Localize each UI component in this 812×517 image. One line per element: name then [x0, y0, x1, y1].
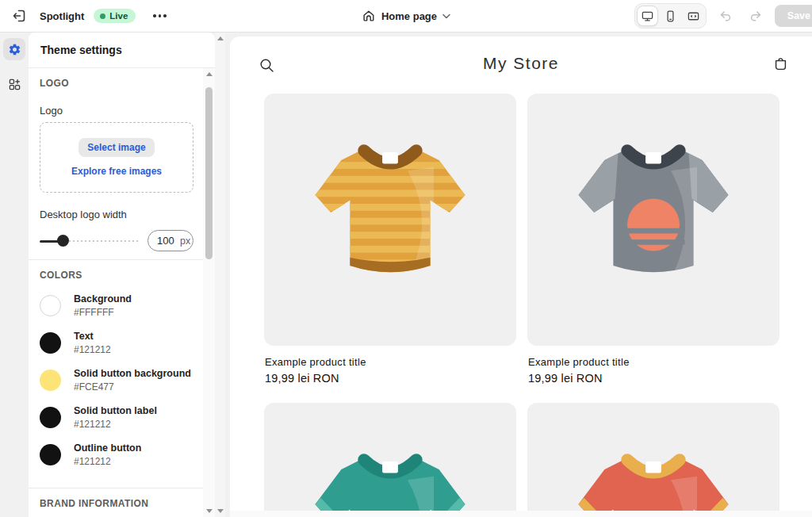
product-caption: Example product title19,99 lei RON — [265, 356, 515, 385]
live-badge-label: Live — [109, 11, 128, 21]
color-setting-row[interactable]: Text#121212 — [40, 331, 193, 355]
color-setting-row[interactable]: Solid button background#FCE477 — [40, 368, 193, 393]
color-label: Text — [74, 331, 111, 342]
colors-section-heading: COLORS — [40, 270, 193, 281]
color-hex: #FCE477 — [74, 381, 191, 393]
slider-thumb[interactable] — [57, 235, 69, 247]
product-title[interactable]: Example product title — [265, 356, 515, 368]
color-hex: #121212 — [74, 419, 157, 430]
cart-icon — [772, 56, 789, 73]
product-grid: Example product title19,99 lei RONExampl… — [264, 94, 779, 517]
save-button[interactable]: Save — [775, 5, 812, 27]
redo-button[interactable] — [745, 5, 767, 27]
panel-title: Theme settings — [40, 44, 122, 56]
color-hex: #121212 — [74, 344, 111, 355]
storefront-preview: My Store Example product title19,99 lei … — [230, 36, 812, 517]
logo-width-slider[interactable] — [40, 235, 140, 247]
product-image — [303, 435, 477, 517]
logo-dropzone[interactable]: Select image Explore free images — [40, 122, 193, 193]
product-card[interactable] — [264, 403, 516, 517]
cart-button[interactable] — [772, 56, 789, 73]
store-header: My Store — [230, 36, 812, 94]
desktop-preview-button[interactable] — [637, 6, 658, 26]
brand-section-heading: BRAND INFORMATION — [40, 498, 193, 509]
color-swatch[interactable] — [40, 295, 61, 316]
product-card[interactable] — [264, 94, 516, 346]
color-hex: #121212 — [74, 456, 141, 467]
logo-width-input-wrap: px — [147, 230, 193, 251]
select-image-button[interactable]: Select image — [79, 138, 154, 157]
home-icon — [362, 9, 376, 23]
exit-editor-button[interactable] — [8, 5, 30, 27]
desktop-logo-width-label: Desktop logo width — [40, 209, 193, 220]
scroll-down-arrow-icon[interactable] — [206, 509, 213, 513]
scroll-down-arrow-icon[interactable] — [217, 509, 224, 513]
logo-section-heading: LOGO — [40, 78, 193, 89]
panel-scrollbar[interactable] — [203, 68, 215, 517]
color-setting-row[interactable]: Background#FFFFFF — [40, 293, 193, 318]
logo-width-control: px — [40, 230, 193, 251]
red-ringer-tshirt — [566, 435, 741, 517]
page-selector[interactable]: Home page — [355, 4, 457, 28]
editor-rail — [0, 33, 29, 517]
fullscreen-preview-button[interactable] — [683, 6, 704, 26]
mobile-icon — [664, 10, 677, 23]
gray-sunset-tshirt — [566, 125, 741, 300]
topbar: Spotlight Live Home page — [0, 0, 812, 33]
more-menu-button[interactable] — [148, 5, 170, 27]
product-image — [566, 435, 741, 517]
store-name[interactable]: My Store — [230, 54, 812, 73]
color-swatch[interactable] — [40, 444, 61, 465]
colors-section: COLORS Background#FFFFFFText#121212Solid… — [29, 260, 203, 488]
product-caption: Example product title19,99 lei RON — [528, 356, 779, 385]
fullscreen-icon — [687, 10, 700, 23]
product-cell — [264, 403, 516, 517]
color-setting-row[interactable]: Outline button#121212 — [40, 442, 193, 467]
gear-icon — [8, 43, 21, 56]
logo-width-unit: px — [180, 236, 190, 247]
chevron-down-icon — [442, 13, 450, 19]
slider-track[interactable] — [65, 240, 140, 242]
color-swatch[interactable] — [40, 370, 61, 391]
color-label: Solid button background — [74, 368, 191, 379]
page-selector-label: Home page — [381, 10, 437, 22]
color-label: Solid button label — [74, 405, 157, 416]
color-swatch[interactable] — [40, 332, 61, 354]
logo-width-input[interactable] — [157, 235, 178, 247]
product-cell: Example product title19,99 lei RON — [527, 94, 779, 346]
rail-apps-button[interactable] — [3, 73, 25, 95]
live-status-badge: Live — [94, 9, 136, 23]
preview-horizontal-scrollbar[interactable] — [230, 511, 812, 517]
product-price: 19,99 lei RON — [265, 372, 515, 385]
color-swatch[interactable] — [40, 407, 61, 428]
undo-button[interactable] — [714, 5, 737, 27]
rail-theme-settings-button[interactable] — [3, 38, 25, 60]
live-dot-icon — [100, 13, 105, 19]
colors-list: Background#FFFFFFText#121212Solid button… — [40, 293, 193, 467]
color-hex: #FFFFFF — [74, 307, 132, 318]
product-image — [303, 125, 477, 300]
color-label: Background — [74, 293, 132, 304]
device-preview-toggle — [634, 3, 707, 29]
scroll-up-arrow-icon[interactable] — [217, 36, 224, 40]
product-card[interactable] — [527, 94, 779, 346]
more-menu-icon — [153, 14, 167, 17]
redo-icon — [749, 9, 763, 23]
panel-body: LOGO Logo Select image Explore free imag… — [29, 68, 203, 517]
explore-free-images-link[interactable]: Explore free images — [71, 166, 162, 177]
color-setting-row[interactable]: Solid button label#121212 — [40, 405, 193, 430]
product-price: 19,99 lei RON — [528, 372, 779, 385]
color-label: Outline button — [74, 442, 141, 454]
orange-striped-tshirt — [303, 125, 477, 300]
scrollbar-thumb[interactable] — [205, 87, 213, 259]
panel-header: Theme settings — [29, 33, 215, 68]
logo-section: LOGO Logo Select image Explore free imag… — [29, 68, 203, 259]
outer-scrollbar[interactable] — [215, 33, 225, 517]
teal-pocket-tshirt — [303, 435, 477, 517]
product-card[interactable] — [527, 403, 779, 517]
apps-icon — [8, 78, 21, 91]
product-cell — [527, 403, 779, 517]
scroll-up-arrow-icon[interactable] — [206, 72, 213, 76]
mobile-preview-button[interactable] — [660, 6, 681, 26]
product-title[interactable]: Example product title — [528, 356, 779, 368]
